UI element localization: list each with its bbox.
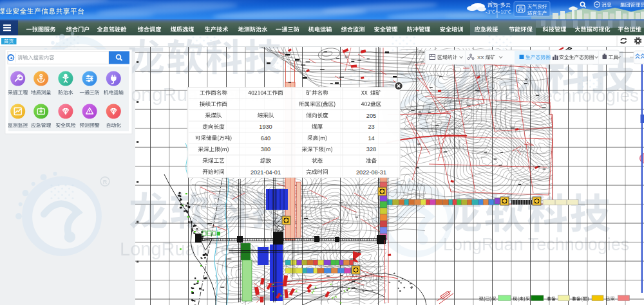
svg-text:328: 328 (366, 146, 376, 152)
svg-text:2021-04-01: 2021-04-01 (251, 169, 281, 176)
svg-text:R: R (103, 179, 108, 185)
svg-text:640: 640 (261, 135, 270, 142)
svg-text:2022-08-31: 2022-08-31 (356, 169, 386, 176)
svg-text:LongRuan Technologies: LongRuan Technologies (120, 239, 320, 259)
svg-text:1930: 1930 (259, 124, 272, 130)
svg-text:23: 23 (368, 124, 374, 130)
svg-text:205: 205 (366, 113, 376, 119)
svg-text:14: 14 (368, 135, 374, 142)
svg-text:LongRuan Technologies: LongRuan Technologies (443, 235, 629, 254)
svg-text:380: 380 (261, 146, 270, 152)
svg-text:XX: XX (477, 55, 484, 60)
